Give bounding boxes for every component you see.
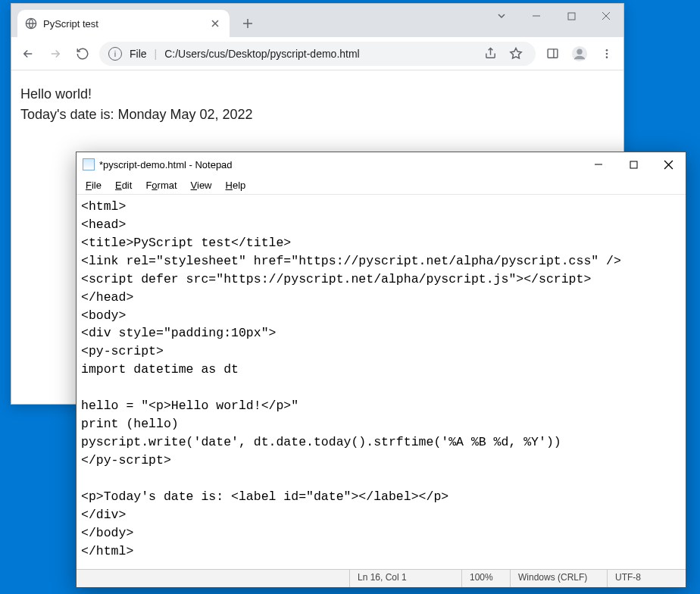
notepad-close-button[interactable] <box>651 152 686 177</box>
chrome-tab-active[interactable]: PyScript test <box>17 10 230 37</box>
notepad-text-area[interactable]: <html> <head> <title>PyScript test</titl… <box>77 195 686 569</box>
close-tab-button[interactable] <box>208 17 222 30</box>
status-line-endings: Windows (CRLF) <box>510 570 607 587</box>
new-tab-button[interactable] <box>237 13 258 34</box>
menu-format[interactable]: Format <box>139 178 183 192</box>
forward-button[interactable] <box>45 43 66 64</box>
menu-view[interactable]: View <box>185 178 218 192</box>
notepad-window-controls <box>581 152 686 177</box>
kebab-menu-icon[interactable] <box>596 43 617 64</box>
menu-help[interactable]: Help <box>220 178 252 192</box>
close-window-button[interactable] <box>589 4 623 28</box>
svg-point-5 <box>606 49 608 52</box>
notepad-minimize-button[interactable] <box>581 152 616 177</box>
page-date-value: Monday May 02, 2022 <box>118 107 253 122</box>
address-scheme-label: File <box>130 48 147 60</box>
site-info-icon[interactable]: i <box>108 47 122 61</box>
browser-page-content: Hello world! Today's date is: Monday May… <box>11 70 623 139</box>
status-spacer <box>77 570 349 587</box>
chrome-tab-title: PyScript test <box>43 18 202 30</box>
chrome-window-controls <box>484 4 623 28</box>
maximize-button[interactable] <box>554 4 589 28</box>
share-icon[interactable] <box>480 43 501 64</box>
status-zoom: 100% <box>461 570 510 587</box>
profile-avatar-icon[interactable] <box>569 43 590 64</box>
svg-rect-1 <box>568 13 575 20</box>
address-separator: | <box>155 48 158 60</box>
notepad-app-icon <box>83 158 95 170</box>
svg-point-6 <box>606 52 608 55</box>
chrome-toolbar: i File | C:/Users/cus/Desktop/pyscript-d… <box>11 37 623 70</box>
page-date-line: Today's date is: Monday May 02, 2022 <box>20 105 614 125</box>
svg-rect-8 <box>630 161 637 168</box>
notepad-maximize-button[interactable] <box>616 152 651 177</box>
notepad-window: *pyscript-demo.html - Notepad File Edit … <box>76 152 686 588</box>
status-cursor-position: Ln 16, Col 1 <box>349 570 461 587</box>
reload-button[interactable] <box>72 43 93 64</box>
side-panel-icon[interactable] <box>542 43 563 64</box>
minimize-button[interactable] <box>519 4 554 28</box>
chrome-tab-strip: PyScript test <box>11 4 623 37</box>
globe-icon <box>25 17 37 30</box>
menu-edit[interactable]: Edit <box>109 178 138 192</box>
status-encoding: UTF-8 <box>607 570 686 587</box>
notepad-status-bar: Ln 16, Col 1 100% Windows (CRLF) UTF-8 <box>77 569 686 587</box>
back-button[interactable] <box>17 43 39 64</box>
svg-point-4 <box>577 48 582 54</box>
notepad-title-text: *pyscript-demo.html - Notepad <box>99 159 233 170</box>
svg-rect-2 <box>548 49 558 58</box>
chrome-chevron-down-icon[interactable] <box>484 4 519 28</box>
address-url: C:/Users/cus/Desktop/pyscript-demo.html <box>164 48 360 60</box>
notepad-menu-bar: File Edit Format View Help <box>77 177 686 195</box>
address-bar[interactable]: i File | C:/Users/cus/Desktop/pyscript-d… <box>99 42 536 66</box>
bookmark-star-icon[interactable] <box>505 43 527 64</box>
notepad-title-bar[interactable]: *pyscript-demo.html - Notepad <box>77 152 686 177</box>
menu-file[interactable]: File <box>80 178 108 192</box>
page-date-prefix: Today's date is: <box>20 107 118 122</box>
svg-point-7 <box>606 56 608 58</box>
page-hello-line: Hello world! <box>20 84 614 105</box>
